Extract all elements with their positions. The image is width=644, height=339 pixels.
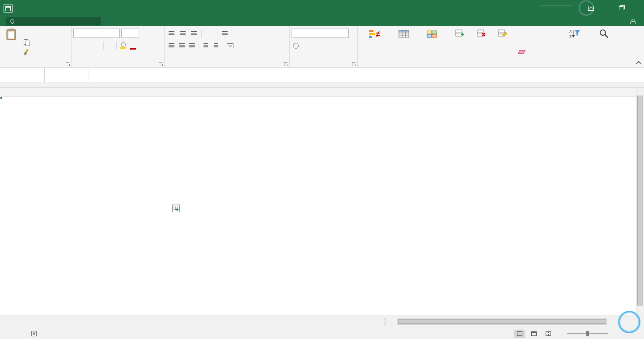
font-family-select[interactable] (73, 29, 120, 38)
comma-style-button[interactable] (310, 41, 319, 50)
tab-scroll-splitter[interactable] (385, 318, 388, 325)
align-right-button[interactable] (187, 41, 197, 50)
undo-button[interactable] (15, 8, 19, 9)
touch-mode-button[interactable] (35, 8, 39, 9)
vertical-scrollbar[interactable] (636, 88, 644, 315)
conditional-formatting-button[interactable] (360, 27, 389, 46)
align-middle-button[interactable] (178, 29, 187, 38)
group-celdas (447, 26, 515, 67)
formula-input[interactable] (89, 68, 634, 82)
align-top-button[interactable] (166, 29, 176, 38)
decrease-decimal-button[interactable] (329, 41, 338, 50)
auto-fill-options-button[interactable] (172, 205, 180, 212)
decrease-indent-button[interactable] (201, 41, 211, 50)
group-fuente (72, 26, 165, 67)
orientation-button[interactable] (204, 29, 214, 38)
paste-button[interactable] (1, 27, 21, 60)
restore-icon (619, 6, 623, 10)
sheetbar-end-pad (616, 315, 644, 328)
restore-button[interactable] (614, 0, 629, 17)
person-icon (630, 19, 635, 24)
align-left-icon (169, 43, 174, 48)
hscroll-right-arrow[interactable] (607, 315, 616, 328)
increase-indent-button[interactable] (211, 41, 221, 50)
fuente-dialog-launcher[interactable] (159, 62, 162, 66)
clear-button[interactable] (517, 47, 560, 57)
scroll-down-arrow[interactable] (636, 307, 644, 315)
hscroll-left-arrow[interactable] (388, 315, 397, 328)
fill-color-button[interactable] (119, 41, 128, 50)
name-box-splitter[interactable] (45, 68, 51, 82)
numero-dialog-launcher[interactable] (352, 62, 356, 66)
collapse-ribbon-button[interactable] (636, 61, 641, 66)
sheet-nav-right-button[interactable] (11, 315, 21, 328)
window-controls (583, 0, 644, 17)
portapapeles-dialog-launcher[interactable] (66, 62, 69, 66)
increase-font-button[interactable] (140, 29, 150, 38)
wrap-text-button[interactable] (220, 29, 231, 38)
autosum-button[interactable] (517, 27, 560, 37)
name-box[interactable] (0, 68, 45, 82)
scroll-up-arrow[interactable] (636, 88, 644, 95)
ribbon-display-options-button[interactable] (583, 0, 598, 17)
increase-indent-icon (214, 43, 218, 48)
status-bar (0, 328, 644, 339)
align-bottom-button[interactable] (189, 29, 199, 38)
format-cells-button[interactable] (491, 27, 513, 45)
cell-styles-button[interactable] (419, 27, 445, 46)
horizontal-scroll-thumb[interactable] (398, 319, 606, 324)
align-center-button[interactable] (177, 41, 186, 50)
new-sheet-button[interactable] (39, 315, 53, 328)
copy-button[interactable] (21, 38, 36, 47)
divider (223, 42, 223, 50)
underline-button[interactable] (92, 41, 101, 50)
insert-function-button[interactable] (76, 68, 89, 82)
minimize-button[interactable] (598, 0, 614, 17)
insert-cells-button[interactable] (449, 27, 470, 45)
format-as-table-button[interactable] (389, 27, 419, 46)
enter-entry-button[interactable] (64, 68, 76, 82)
align-bottom-icon (191, 31, 197, 36)
zoom-slider[interactable] (567, 333, 608, 334)
bold-button[interactable] (73, 41, 82, 50)
insert-cells-icon (455, 29, 465, 38)
close-button[interactable] (629, 0, 644, 17)
decrease-font-button[interactable] (152, 29, 161, 38)
font-color-button[interactable] (128, 41, 137, 50)
cut-button[interactable] (21, 28, 36, 38)
accounting-format-button[interactable] (292, 41, 301, 50)
customize-quick-access-button[interactable] (29, 8, 33, 9)
view-page-break-button[interactable] (543, 330, 554, 338)
group-estilos (358, 26, 447, 67)
percent-style-button[interactable] (301, 41, 310, 50)
fill-button[interactable] (517, 37, 560, 47)
cell-styles-icon (426, 29, 438, 39)
sort-filter-button[interactable]: A Z (560, 27, 589, 57)
cancel-entry-button[interactable] (51, 68, 64, 82)
fill-handle[interactable] (0, 96, 3, 99)
sheet-nav-left-button[interactable] (0, 315, 11, 328)
column-headers (0, 88, 636, 96)
share-button[interactable] (630, 19, 638, 24)
formula-bar-expand-button[interactable] (634, 68, 644, 82)
find-select-button[interactable] (589, 27, 619, 57)
align-left-button[interactable] (166, 41, 176, 50)
merge-center-button[interactable] (225, 41, 239, 50)
excel-app-icon[interactable] (4, 4, 13, 13)
view-normal-button[interactable] (514, 330, 525, 338)
format-painter-button[interactable] (21, 47, 36, 57)
number-format-select[interactable] (292, 29, 349, 38)
view-page-layout-button[interactable] (529, 330, 539, 338)
borders-button[interactable] (106, 41, 114, 50)
italic-button[interactable] (83, 41, 92, 50)
font-size-select[interactable] (121, 29, 139, 38)
zoom-slider-thumb[interactable] (586, 331, 589, 336)
delete-cells-button[interactable] (470, 27, 492, 45)
increase-decimal-button[interactable] (320, 41, 329, 50)
horizontal-scrollbar[interactable] (397, 318, 607, 325)
tell-me-search[interactable] (6, 17, 101, 25)
alineacion-dialog-launcher[interactable] (284, 62, 288, 66)
vertical-scroll-thumb[interactable] (637, 96, 643, 306)
macro-record-button[interactable] (31, 331, 37, 336)
redo-button[interactable] (22, 8, 26, 9)
